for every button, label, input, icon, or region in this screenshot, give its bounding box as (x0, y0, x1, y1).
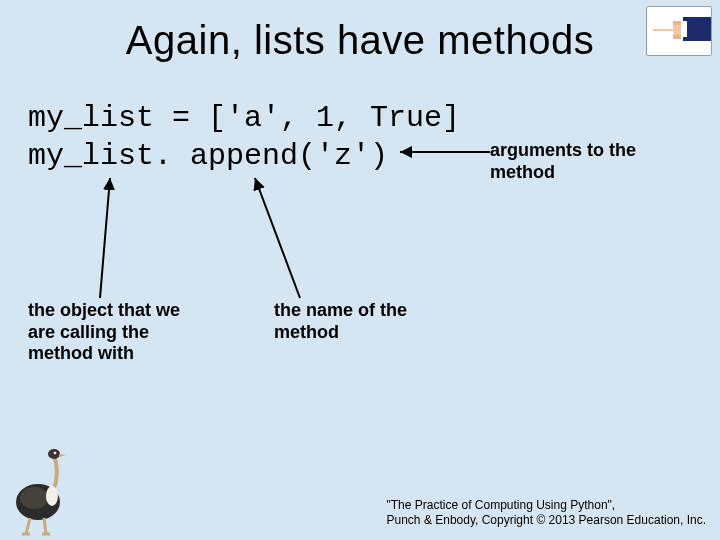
code-line-2: my_list. append('z') (28, 139, 388, 173)
svg-point-11 (46, 486, 58, 506)
svg-rect-0 (683, 17, 711, 41)
slide-title: Again, lists have methods (0, 18, 720, 63)
label-arguments: arguments to the method (490, 140, 650, 183)
annotation-arrows (0, 0, 720, 540)
svg-rect-3 (673, 21, 681, 25)
arrow-object (100, 178, 110, 298)
svg-line-9 (26, 518, 30, 534)
svg-rect-4 (673, 35, 681, 39)
svg-line-10 (44, 518, 46, 534)
footer: "The Practice of Computing Using Python"… (387, 498, 706, 528)
label-object: the object that we are calling the metho… (28, 300, 198, 365)
label-method-name: the name of the method (274, 300, 414, 343)
ostrich-icon (4, 446, 76, 536)
footer-line-2: Punch & Enbody, Copyright © 2013 Pearson… (387, 513, 706, 528)
code-line-1: my_list = ['a', 1, True] (28, 101, 460, 135)
arrow-method-name (255, 178, 300, 298)
svg-point-7 (48, 449, 60, 459)
footer-line-1: "The Practice of Computing Using Python"… (387, 498, 706, 513)
svg-rect-1 (681, 21, 687, 37)
slide: Again, lists have methods my_list = ['a'… (0, 0, 720, 540)
pointing-hand-icon (646, 6, 712, 56)
svg-point-8 (54, 452, 57, 455)
svg-point-6 (20, 487, 48, 509)
code-block: my_list = ['a', 1, True] my_list. append… (28, 100, 460, 175)
